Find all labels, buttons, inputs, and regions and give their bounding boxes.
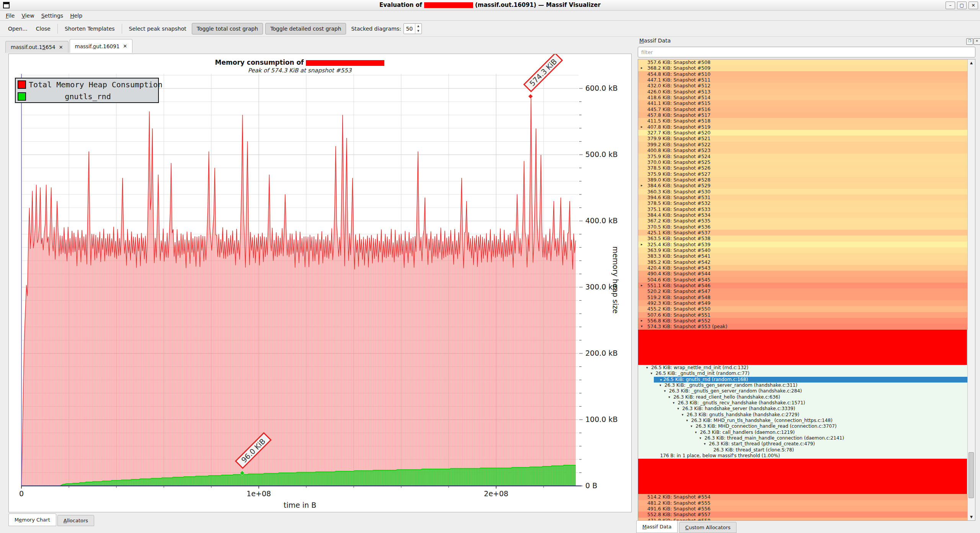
shorten-templates-button[interactable]: Shorten Templates [60,23,119,35]
snapshot-row[interactable]: 425.1 KiB: Snapshot #537 [638,230,968,235]
snapshot-row[interactable]: 432.0 KiB: Snapshot #512 [638,83,968,88]
toggle-detailed-cost-graph-button[interactable]: Toggle detailed cost graph [265,23,346,34]
snapshot-row[interactable]: 379.9 KiB: Snapshot #521 [638,136,968,141]
expanded-icon[interactable]: ▾ [704,441,706,447]
scroll-down-icon[interactable]: ▼ [968,513,975,520]
snapshot-row[interactable]: 457.8 KiB: Snapshot #517 [638,112,968,118]
spin-down-icon[interactable]: ▼ [415,29,421,34]
snapshot-row[interactable]: ▸407.8 KiB: Snapshot #519 [638,124,968,130]
tree-row[interactable]: ▾26.3 KiB: start_thread (pthread_create.… [638,441,968,447]
tab-custom-allocators[interactable]: Custom Allocators [679,522,737,533]
snapshot-row[interactable]: 378.5 KiB: Snapshot #526 [638,165,968,171]
snapshot-row[interactable]: ▾574.3 KiB: Snapshot #553 (peak) [638,324,968,329]
snapshot-row[interactable]: 420.4 KiB: Snapshot #543 [638,265,968,271]
massif-data-list[interactable]: 357.6 KiB: Snapshot #508▸368.2 KiB: Snap… [638,59,975,521]
menu-file[interactable]: File [2,11,18,20]
tree-row[interactable]: ▾26.3 KiB: _gnutls_gen_server_random (ha… [638,388,968,394]
scrollbar-thumb[interactable] [969,452,974,498]
menu-settings[interactable]: Settings [38,11,67,20]
snapshot-row[interactable]: 378.5 KiB: Snapshot #532 [638,200,968,206]
tab-massif-data[interactable]: Massif Data [636,520,678,533]
snapshot-row[interactable]: 447.1 KiB: Snapshot #511 [638,77,968,83]
snapshot-row[interactable]: ▸384.6 KiB: Snapshot #529 [638,183,968,188]
collapsed-icon[interactable]: ▸ [641,242,643,247]
select-peak-snapshot-button[interactable]: Select peak snapshot [125,23,191,35]
snapshot-row[interactable]: 507.6 KiB: Snapshot #551 [638,312,968,318]
expanded-icon[interactable]: ▾ [660,378,662,382]
snapshot-row[interactable]: 492.3 KiB: Snapshot #549 [638,300,968,306]
snapshot-row[interactable]: 357.6 KiB: Snapshot #508 [638,59,968,65]
maximize-button[interactable]: ▢ [957,2,967,9]
snapshot-row[interactable]: 519.2 KiB: Snapshot #548 [638,294,968,300]
tree-row[interactable]: ▾26.5 KiB: wrap_nettle_rnd_init (rnd.c:1… [638,365,968,371]
spin-up-icon[interactable]: ▲ [415,24,421,29]
tree-row[interactable]: ▾26.3 KiB: MHD_run_tls_handshake_ (conne… [638,418,968,423]
tree-row-selected[interactable]: ▾26.5 KiB: gnutls_rnd (random.c:168) [654,377,968,383]
snapshot-row[interactable]: 367.2 KiB: Snapshot #535 [638,218,968,224]
snapshot-row[interactable]: 491.6 KiB: Snapshot #556 [638,506,968,512]
tree-row[interactable]: ▾26.3 KiB: call_handlers (daemon.c:1219) [638,430,968,435]
tree-row[interactable]: ▾26.5 KiB: _gnutls_rnd_init (random.c:77… [638,371,968,376]
tree-row[interactable]: ▾26.3 KiB: handshake_server (handshake.c… [638,406,968,412]
snapshot-row[interactable]: ▸556.8 KiB: Snapshot #552 [638,318,968,324]
close-file-button[interactable]: Close [32,23,55,35]
expanded-icon[interactable]: ▾ [686,418,688,423]
snapshot-row[interactable]: 389.0 KiB: Snapshot #528 [638,177,968,183]
expanded-icon[interactable]: ▾ [651,371,653,376]
tree-row[interactable]: ▾26.3 KiB: _gnutls_gen_server_random (ha… [638,383,968,388]
menu-help[interactable]: Help [67,11,86,20]
expanded-icon[interactable]: ▾ [691,423,693,429]
snapshot-row[interactable]: 481.2 KiB: Snapshot #555 [638,500,968,506]
snapshot-row[interactable]: 383.3 KiB: Snapshot #541 [638,253,968,259]
snapshot-row[interactable]: 375.9 KiB: Snapshot #527 [638,171,968,177]
snapshot-row[interactable]: 394.6 KiB: Snapshot #531 [638,195,968,200]
expanded-icon[interactable]: ▾ [695,430,697,435]
snapshot-row[interactable]: 418.6 KiB: Snapshot #514 [638,95,968,100]
tree-row[interactable]: 26.3 KiB: thread_start (clone.S:78) [638,447,968,453]
snapshot-row[interactable]: 370.0 KiB: Snapshot #525 [638,159,968,165]
expanded-icon[interactable]: ▾ [641,324,643,329]
snapshot-row[interactable]: ▸325.4 KiB: Snapshot #539 [638,242,968,247]
snapshot-row[interactable]: 327.7 KiB: Snapshot #520 [638,130,968,136]
expanded-icon[interactable]: ▾ [677,406,679,412]
tree-row[interactable]: ▾26.3 KiB: gnutls_handshake (handshake.c… [638,412,968,418]
tree-row[interactable]: ▾26.5 KiB: gnutls_rnd (random.c:168) [638,377,968,383]
tree-row[interactable]: ▾26.3 KiB: MHD_connection_handle_read (c… [638,423,968,429]
expanded-icon[interactable]: ▾ [682,412,684,418]
dock-float-icon[interactable]: ❐ [966,38,973,45]
snapshot-row[interactable]: 411.5 KiB: Snapshot #518 [638,118,968,124]
expanded-icon[interactable]: ▾ [664,388,666,394]
snapshot-row[interactable]: 360.3 KiB: Snapshot #530 [638,189,968,195]
dock-close-icon[interactable]: ✕ [973,38,980,45]
tab-close-icon[interactable]: ✕ [59,44,63,50]
tree-row[interactable]: ▾26.3 KiB: thread_main_handle_connection… [638,435,968,441]
collapsed-icon[interactable]: ▸ [641,65,643,71]
snapshot-row[interactable]: 400.8 KiB: Snapshot #523 [638,147,968,153]
scrollbar[interactable]: ▲ ▼ [967,59,975,520]
snapshot-row[interactable]: 490.4 KiB: Snapshot #544 [638,271,968,276]
tab-allocators[interactable]: Allocators [57,515,94,526]
tree-row[interactable]: 176 B: in 1 place, below massif's thresh… [638,453,968,459]
collapsed-icon[interactable]: ▸ [641,183,643,188]
document-tab[interactable]: massif.out.16091✕ [70,39,133,53]
menu-view[interactable]: View [18,11,38,20]
snapshot-row[interactable]: 363.5 KiB: Snapshot #538 [638,235,968,241]
collapsed-icon[interactable]: ▸ [641,124,643,130]
snapshot-row[interactable]: 370.5 KiB: Snapshot #536 [638,224,968,230]
snapshot-row[interactable]: 384.4 KiB: Snapshot #534 [638,212,968,218]
filter-input[interactable] [638,47,975,57]
snapshot-row[interactable]: 455.2 KiB: Snapshot #550 [638,306,968,312]
toggle-total-cost-graph-button[interactable]: Toggle total cost graph [192,23,263,34]
open-button[interactable]: Open... [4,23,32,35]
snapshot-row[interactable]: 441.1 KiB: Snapshot #515 [638,100,968,106]
expanded-icon[interactable]: ▾ [699,435,701,441]
snapshot-row[interactable]: 552.8 KiB: Snapshot #557 [638,512,968,517]
snapshot-row[interactable]: ▸368.2 KiB: Snapshot #509 [638,65,968,71]
tree-row[interactable]: ▾26.3 KiB: read_client_hello (handshake.… [638,394,968,400]
expanded-icon[interactable]: ▾ [668,394,670,400]
expanded-icon[interactable]: ▾ [646,365,648,371]
snapshot-row[interactable]: 363.9 KiB: Snapshot #540 [638,247,968,253]
snapshot-row[interactable]: 454.8 KiB: Snapshot #510 [638,71,968,77]
snapshot-row[interactable]: ▸551.1 KiB: Snapshot #546 [638,283,968,288]
stacked-diagrams-spinner[interactable]: 50▲▼ [403,23,422,34]
